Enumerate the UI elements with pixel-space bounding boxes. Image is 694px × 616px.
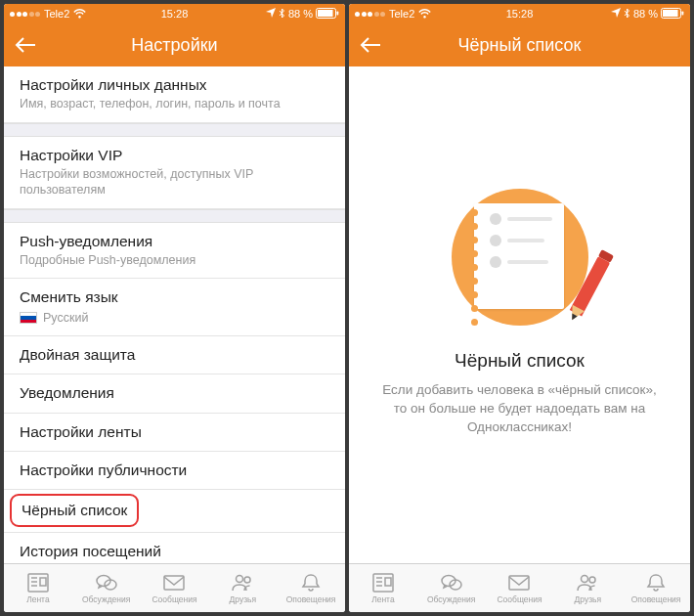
back-arrow-icon [15, 36, 36, 54]
cell-sub: Имя, возраст, телефон, логин, пароль и п… [20, 96, 329, 111]
nav-title: Настройки [4, 35, 345, 56]
svg-point-16 [582, 576, 588, 583]
empty-text: Если добавить человека в «чёрный список»… [349, 381, 690, 437]
feed-icon [25, 572, 51, 594]
friends-icon [575, 572, 600, 594]
svg-rect-12 [373, 574, 393, 592]
nav-bar: Чёрный список [349, 23, 690, 66]
cell-title: Настройки ленты [20, 422, 329, 441]
cell-two-factor[interactable]: Двойная защита [4, 336, 345, 374]
tab-messages[interactable]: Сообщения [141, 564, 209, 612]
bell-icon [643, 572, 669, 594]
cell-privacy[interactable]: Настройки публичности [4, 452, 345, 490]
svg-point-17 [589, 577, 595, 583]
svg-rect-15 [509, 576, 529, 590]
tab-label: Лента [26, 594, 50, 604]
bluetooth-icon [279, 8, 285, 21]
svg-rect-10 [663, 10, 678, 17]
location-icon [266, 8, 276, 20]
tab-discussions[interactable]: Обсуждения [72, 564, 141, 612]
location-icon [611, 8, 621, 20]
cell-sub: Настройки возможностей, доступных VIP по… [20, 166, 329, 198]
tab-label: Сообщения [497, 594, 542, 604]
clock-label: 15:28 [161, 8, 189, 20]
cell-title: Push-уведомления [20, 232, 329, 250]
cell-language[interactable]: Сменить язык Русский [4, 279, 345, 336]
carrier-label: Tele2 [44, 8, 69, 20]
svg-point-7 [237, 576, 243, 583]
tab-discussions[interactable]: Обсуждения [417, 564, 486, 612]
tab-messages[interactable]: Сообщения [486, 564, 554, 612]
phone-blacklist: Tele2 15:28 88 % Чёрный список [349, 4, 690, 612]
svg-rect-2 [337, 11, 339, 15]
cell-feed-settings[interactable]: Настройки ленты [4, 414, 345, 452]
cell-vip[interactable]: Настройки VIP Настройки возможностей, до… [4, 137, 345, 209]
status-bar: Tele2 15:28 88 % [349, 4, 690, 23]
section-divider [4, 123, 345, 137]
tab-label: Сообщения [152, 594, 196, 604]
tab-label: Друзья [575, 594, 602, 604]
tab-friends[interactable]: Друзья [553, 564, 622, 612]
cell-sub: Подробные Push-уведомления [20, 252, 329, 268]
flag-ru-icon [20, 312, 37, 324]
cell-title: Чёрный список [22, 502, 127, 518]
feed-icon [370, 572, 396, 594]
tab-feed[interactable]: Лента [349, 564, 417, 612]
discussions-icon [94, 572, 119, 594]
blacklist-content: Чёрный список Если добавить человека в «… [349, 66, 690, 563]
battery-label: 88 % [288, 8, 313, 20]
cell-title: Настройки публичности [20, 461, 329, 479]
tab-alerts[interactable]: Оповещения [622, 564, 690, 612]
cell-notifications[interactable]: Уведомления [4, 374, 345, 413]
carrier-label: Tele2 [389, 8, 414, 20]
cell-title: Сменить язык [20, 287, 329, 306]
battery-icon [316, 8, 339, 21]
tab-bar: Лента Обсуждения Сообщения Друзья Оповещ… [349, 563, 690, 612]
annotation-highlight: Чёрный список [10, 494, 139, 526]
tab-feed[interactable]: Лента [4, 564, 72, 612]
bell-icon [298, 572, 324, 594]
cell-push[interactable]: Push-уведомления Подробные Push-уведомле… [4, 223, 345, 280]
wifi-icon [418, 9, 431, 19]
status-bar: Tele2 15:28 88 % [4, 4, 345, 23]
cell-title: История посещений [20, 542, 329, 560]
tab-label: Обсуждения [82, 594, 130, 604]
tab-alerts[interactable]: Оповещения [277, 564, 345, 612]
tab-label: Лента [371, 594, 395, 604]
svg-rect-1 [318, 10, 333, 17]
nav-title: Чёрный список [349, 35, 690, 56]
signal-icon [355, 12, 385, 17]
settings-list[interactable]: Настройки личных данных Имя, возраст, те… [4, 66, 345, 563]
language-value: Русский [43, 310, 88, 326]
cell-title: Уведомления [20, 383, 329, 402]
cell-blacklist[interactable]: Чёрный список [4, 490, 345, 532]
tab-label: Друзья [230, 594, 257, 604]
nav-bar: Настройки [4, 23, 345, 66]
cell-personal-data[interactable]: Настройки личных данных Имя, возраст, те… [4, 66, 345, 123]
back-arrow-icon [360, 36, 381, 54]
cell-title: Настройки VIP [20, 146, 329, 164]
empty-illustration [447, 184, 593, 330]
wifi-icon [73, 9, 86, 19]
tab-label: Оповещения [631, 594, 681, 604]
tab-label: Обсуждения [427, 594, 475, 604]
tab-bar: Лента Обсуждения Сообщения Друзья Оповещ… [4, 563, 345, 612]
empty-title: Чёрный список [455, 350, 585, 372]
cell-title: Настройки личных данных [20, 75, 329, 94]
svg-rect-6 [164, 576, 184, 590]
svg-rect-11 [682, 11, 684, 15]
signal-icon [10, 12, 40, 17]
tab-friends[interactable]: Друзья [208, 564, 277, 612]
battery-icon [661, 8, 684, 21]
svg-point-8 [244, 577, 250, 583]
back-button[interactable] [349, 23, 392, 66]
messages-icon [506, 572, 532, 594]
messages-icon [161, 572, 187, 594]
bluetooth-icon [624, 8, 630, 21]
discussions-icon [439, 572, 464, 594]
cell-history[interactable]: История посещений [4, 533, 345, 563]
friends-icon [230, 572, 255, 594]
cell-title: Двойная защита [20, 345, 329, 364]
battery-label: 88 % [633, 8, 658, 20]
back-button[interactable] [4, 23, 47, 66]
